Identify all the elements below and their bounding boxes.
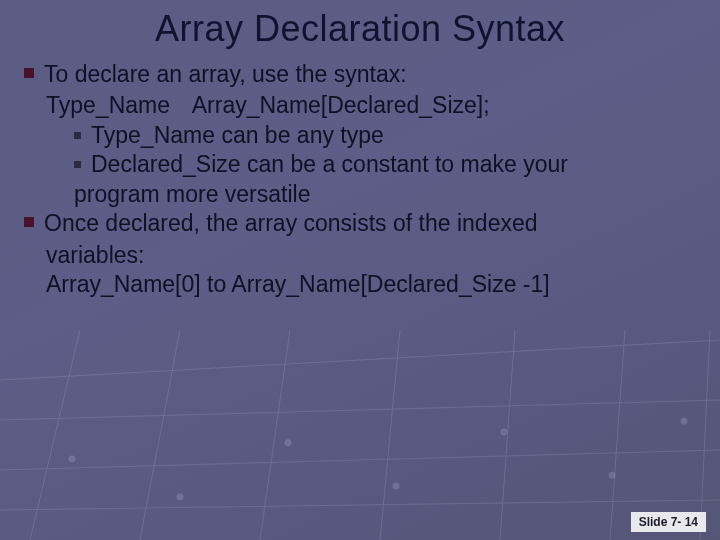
small-square-bullet-icon — [74, 161, 81, 168]
svg-line-0 — [0, 340, 720, 380]
bullet-text-line: Type_Name Array_Name[Declared_Size]; — [24, 91, 696, 120]
sub-bullet-text-line: program more versatile — [24, 180, 696, 209]
slide-number-badge: Slide 7- 14 — [631, 512, 706, 532]
slide-title: Array Declaration Syntax — [24, 8, 696, 50]
svg-line-9 — [610, 330, 625, 540]
svg-line-2 — [0, 450, 720, 470]
bullet-item: To declare an array, use the syntax: — [24, 60, 696, 89]
square-bullet-icon — [24, 68, 34, 78]
sub-bullet-item: Declared_Size can be a constant to make … — [24, 150, 696, 179]
square-bullet-icon — [24, 217, 34, 227]
svg-line-6 — [260, 330, 290, 540]
sub-bullet-item: Type_Name can be any type — [24, 121, 696, 150]
bullet-text-line: Array_Name[0] to Array_Name[Declared_Siz… — [24, 270, 696, 299]
svg-line-8 — [500, 330, 515, 540]
small-square-bullet-icon — [74, 132, 81, 139]
bullet-text-line: variables: — [24, 241, 696, 270]
svg-line-7 — [380, 330, 400, 540]
sub-bullet-text: Declared_Size can be a constant to make … — [91, 150, 568, 179]
svg-line-10 — [700, 330, 710, 540]
bullet-text: To declare an array, use the syntax: — [44, 60, 407, 89]
bullet-text: Once declared, the array consists of the… — [44, 209, 538, 238]
bullet-item: Once declared, the array consists of the… — [24, 209, 696, 238]
slide-content: Array Declaration Syntax To declare an a… — [0, 0, 720, 300]
sub-bullet-text: Type_Name can be any type — [91, 121, 384, 150]
svg-line-5 — [140, 330, 180, 540]
svg-line-1 — [0, 400, 720, 420]
